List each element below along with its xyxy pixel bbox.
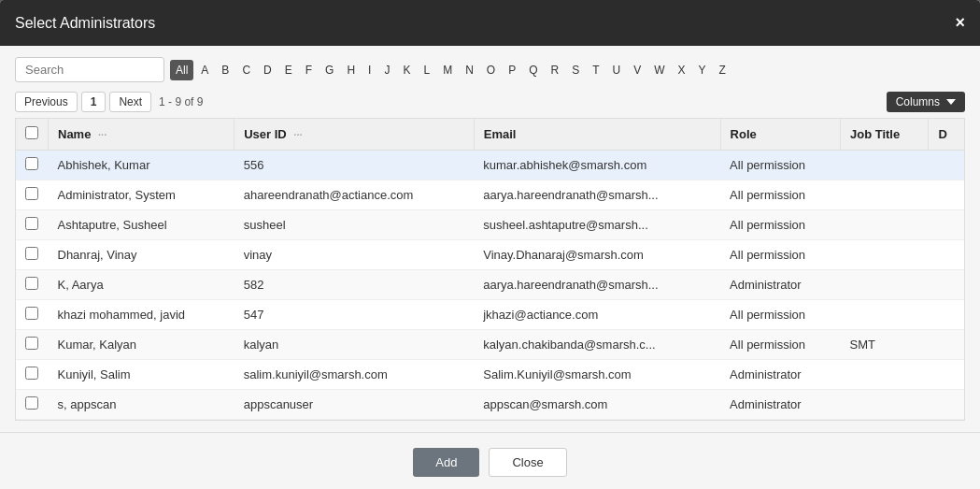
row-checkbox[interactable] (25, 187, 38, 200)
alpha-btn-d[interactable]: D (258, 60, 277, 80)
table-row: Ashtaputre, Susheel susheel susheel.asht… (16, 210, 964, 240)
row-job-title (840, 360, 928, 390)
alpha-btn-all[interactable]: All (170, 60, 193, 80)
alphabet-filter: AllABCDEFGHIJKLMNOPQRSTUVWXYZ (170, 60, 731, 80)
table-container: Name ··· User ID ··· Email Role Job Titl… (15, 118, 965, 421)
alpha-btn-h[interactable]: H (341, 60, 361, 80)
columns-label: Columns (896, 95, 940, 108)
row-name: Ashtaputre, Susheel (49, 210, 234, 240)
th-job-title: Job Title (840, 119, 928, 151)
th-name: Name ··· (49, 119, 234, 151)
modal-footer: Add Close (0, 432, 980, 489)
previous-button[interactable]: Previous (15, 92, 78, 112)
alpha-btn-t[interactable]: T (587, 60, 604, 80)
row-user-id: 547 (234, 300, 475, 330)
row-role: All permission (720, 300, 840, 330)
alpha-btn-q[interactable]: Q (523, 60, 543, 80)
row-checkbox[interactable] (25, 396, 38, 410)
alpha-btn-y[interactable]: Y (693, 60, 712, 80)
alpha-btn-w[interactable]: W (648, 60, 670, 80)
page-info: 1 - 9 of 9 (159, 95, 203, 108)
row-role: Administrator (720, 270, 840, 300)
row-role: All permission (720, 151, 840, 180)
row-role: Administrator (720, 390, 840, 420)
alpha-btn-s[interactable]: S (566, 60, 585, 80)
alpha-btn-k[interactable]: K (397, 60, 416, 80)
th-d: D (929, 119, 964, 151)
alpha-btn-m[interactable]: M (437, 60, 458, 80)
alpha-btn-u[interactable]: U (607, 60, 627, 80)
row-name: Administrator, System (49, 180, 234, 210)
alpha-btn-x[interactable]: X (673, 60, 691, 80)
row-d (929, 390, 964, 420)
current-page-button[interactable]: 1 (81, 92, 107, 112)
row-job-title (840, 151, 928, 180)
alpha-btn-n[interactable]: N (460, 60, 479, 80)
row-d (929, 151, 964, 180)
modal-header: Select Administrators × (0, 0, 980, 46)
close-button[interactable]: Close (489, 448, 566, 477)
next-button[interactable]: Next (109, 92, 151, 112)
alpha-btn-g[interactable]: G (320, 60, 339, 80)
alpha-btn-o[interactable]: O (481, 60, 501, 80)
row-user-id: kalyan (234, 330, 475, 360)
table-row: khazi mohammed, javid 547 jkhazi@actianc… (16, 300, 964, 330)
select-administrators-modal: Select Administrators × AllABCDEFGHIJKLM… (0, 0, 980, 489)
th-email: Email (474, 119, 720, 151)
row-name: Kumar, Kalyan (49, 330, 234, 360)
alpha-btn-a[interactable]: A (195, 60, 214, 80)
row-job-title (840, 390, 928, 420)
search-input[interactable] (15, 57, 164, 82)
row-email: jkhazi@actiance.com (474, 300, 720, 330)
row-job-title (840, 270, 928, 300)
row-job-title (840, 210, 928, 240)
th-role: Role (720, 119, 840, 151)
row-role: All permission (720, 210, 840, 240)
select-all-checkbox[interactable] (25, 126, 38, 139)
alpha-btn-b[interactable]: B (216, 60, 234, 80)
alpha-btn-p[interactable]: P (503, 60, 521, 80)
th-user-id: User ID ··· (234, 119, 475, 151)
row-role: Administrator (720, 360, 840, 390)
row-user-id: 582 (234, 270, 475, 300)
alpha-btn-j[interactable]: J (378, 60, 395, 80)
row-checkbox[interactable] (25, 157, 38, 170)
row-checkbox[interactable] (25, 217, 38, 230)
row-checkbox-cell (16, 270, 49, 300)
alpha-btn-r[interactable]: R (546, 60, 565, 80)
row-checkbox[interactable] (25, 247, 38, 260)
alpha-btn-z[interactable]: Z (714, 60, 731, 80)
row-job-title (840, 180, 928, 210)
row-d (929, 270, 964, 300)
th-select-all (16, 119, 49, 151)
columns-button[interactable]: Columns (887, 92, 965, 112)
row-checkbox-cell (16, 151, 49, 180)
row-checkbox[interactable] (25, 307, 38, 320)
row-checkbox-cell (16, 390, 49, 420)
alpha-btn-l[interactable]: L (418, 60, 435, 80)
alpha-btn-i[interactable]: I (362, 60, 376, 80)
row-d (929, 330, 964, 360)
row-checkbox[interactable] (25, 337, 38, 350)
row-email: aarya.hareendranath@smarsh... (474, 180, 720, 210)
row-name: K, Aarya (49, 270, 234, 300)
table-header-row: Name ··· User ID ··· Email Role Job Titl… (16, 119, 964, 151)
row-checkbox-cell (16, 330, 49, 360)
row-email: appscan@smarsh.com (474, 390, 720, 420)
row-checkbox-cell (16, 180, 49, 210)
modal-close-button[interactable]: × (955, 13, 965, 33)
alpha-btn-v[interactable]: V (628, 60, 646, 80)
alpha-btn-e[interactable]: E (279, 60, 298, 80)
alpha-btn-f[interactable]: F (300, 60, 318, 80)
row-d (929, 240, 964, 270)
name-dots: ··· (98, 129, 107, 140)
row-job-title (840, 300, 928, 330)
row-checkbox[interactable] (25, 367, 38, 380)
table-row: s, appscan appscanuser appscan@smarsh.co… (16, 390, 964, 420)
row-checkbox[interactable] (25, 277, 38, 290)
row-d (929, 360, 964, 390)
alpha-btn-c[interactable]: C (236, 60, 256, 80)
add-button[interactable]: Add (413, 448, 479, 477)
row-checkbox-cell (16, 210, 49, 240)
table-body: Abhishek, Kumar 556 kumar.abhishek@smars… (16, 151, 964, 420)
